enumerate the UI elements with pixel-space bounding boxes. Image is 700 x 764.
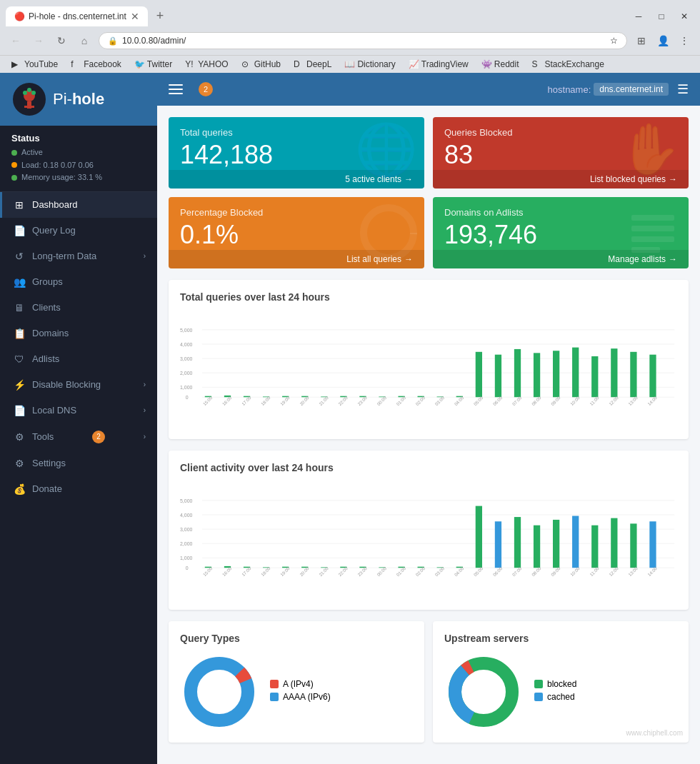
sidebar-item-groups[interactable]: 👥 Groups xyxy=(0,269,157,295)
svg-text:18:00: 18:00 xyxy=(260,566,271,577)
percentage-blocked-card[interactable]: Percentage Blocked 0.1% List all queries… xyxy=(169,197,424,268)
bookmark-deepl[interactable]: D DeepL xyxy=(288,58,337,71)
query-types-legend: A (IPv4) AAAA (IPv6) xyxy=(270,679,331,705)
svg-text:4,000: 4,000 xyxy=(180,513,193,518)
dictionary-icon: 📖 xyxy=(344,59,354,69)
svg-text:17:00: 17:00 xyxy=(241,566,252,577)
list-all-queries-label: List all queries xyxy=(346,254,401,264)
forward-button[interactable]: → xyxy=(29,31,49,51)
bookmark-facebook[interactable]: f Facebook xyxy=(65,58,127,71)
window-minimize-button[interactable]: ─ xyxy=(629,6,649,26)
total-queries-card[interactable]: Total queries 142,188 🌐 5 active clients… xyxy=(169,117,424,189)
svg-text:01:00: 01:00 xyxy=(395,395,406,406)
svg-text:21:00: 21:00 xyxy=(318,395,329,406)
svg-rect-108 xyxy=(630,523,636,568)
window-close-button[interactable]: ✕ xyxy=(674,6,694,26)
total-queries-footer[interactable]: 5 active clients → xyxy=(169,170,424,189)
svg-rect-47 xyxy=(611,348,617,397)
svg-text:16:00: 16:00 xyxy=(221,395,233,406)
longterm-arrow-icon: › xyxy=(144,252,146,260)
tab-close-button[interactable]: ✕ xyxy=(131,11,139,22)
svg-text:10:00: 10:00 xyxy=(569,395,581,406)
total-queries-chart-card: Total queries over last 24 hours 5,000 xyxy=(169,280,689,439)
home-button[interactable]: ⌂ xyxy=(74,31,94,51)
sidebar-item-tools[interactable]: ⚙ Tools 2 › xyxy=(0,423,157,451)
svg-text:03:00: 03:00 xyxy=(434,395,445,406)
bookmark-youtube-label: YouTube xyxy=(24,59,58,69)
svg-rect-104 xyxy=(553,520,559,568)
back-button[interactable]: ← xyxy=(6,31,26,51)
sidebar-item-dashboard[interactable]: ⊞ Dashboard xyxy=(0,192,157,218)
upstream-servers-title: Upstream servers xyxy=(444,633,677,644)
tools-label: Tools xyxy=(32,431,54,442)
reload-button[interactable]: ↻ xyxy=(51,31,71,51)
sidebar-item-disable-blocking[interactable]: ⚡ Disable Blocking › xyxy=(0,372,157,398)
bookmark-github[interactable]: ⊙ GitHub xyxy=(236,58,286,71)
svg-text:14:00: 14:00 xyxy=(646,566,658,577)
star-icon[interactable]: ☆ xyxy=(610,36,618,46)
manage-adlists-label: Manage adlists xyxy=(608,254,666,264)
bookmark-twitter[interactable]: 🐦 Twitter xyxy=(129,58,178,71)
domains-label: Domains xyxy=(32,328,69,338)
svg-text:1,000: 1,000 xyxy=(180,385,193,390)
pihole-logo-icon xyxy=(11,81,47,117)
window-maximize-button[interactable]: □ xyxy=(651,6,671,26)
sidebar-item-querylog[interactable]: 📄 Query Log xyxy=(0,218,157,243)
total-queries-chart-area: 5,000 4,000 3,000 2,000 1,000 0 xyxy=(180,311,677,428)
client-activity-chart-card: Client activity over last 24 hours 5,000 xyxy=(169,451,689,610)
list-blocked-arrow-icon: → xyxy=(669,174,677,184)
svg-point-136 xyxy=(199,672,239,712)
sidebar-toggle-button[interactable] xyxy=(169,79,190,100)
browser-tab[interactable]: 🔴 Pi-hole - dns.centernet.int ✕ xyxy=(6,6,148,26)
bookmark-twitter-label: Twitter xyxy=(147,59,172,69)
extensions-button[interactable]: ⊞ xyxy=(631,31,651,51)
bookmark-dictionary[interactable]: 📖 Dictionary xyxy=(339,58,401,71)
svg-rect-6 xyxy=(24,106,28,108)
bookmark-yahoo[interactable]: Y! YAHOO xyxy=(179,58,234,71)
sidebar-item-local-dns[interactable]: 📄 Local DNS › xyxy=(0,398,157,423)
dashboard-content: Total queries 142,188 🌐 5 active clients… xyxy=(157,106,700,754)
youtube-icon: ▶ xyxy=(11,59,21,69)
bookmark-youtube[interactable]: ▶ YouTube xyxy=(6,58,64,71)
browser-window: 🔴 Pi-hole - dns.centernet.int ✕ + ─ □ ✕ … xyxy=(0,0,700,764)
domains-adlists-footer[interactable]: Manage adlists → xyxy=(433,250,689,268)
bookmark-reddit-label: Reddit xyxy=(494,59,519,69)
list-all-arrow-icon: → xyxy=(404,254,413,264)
svg-text:02:00: 02:00 xyxy=(414,566,426,577)
client-activity-chart-title: Client activity over last 24 hours xyxy=(180,462,677,473)
sidebar-item-settings[interactable]: ⚙ Settings xyxy=(0,451,157,476)
bookmark-github-label: GitHub xyxy=(254,59,281,69)
globe-icon: 🌐 xyxy=(355,124,417,174)
domains-adlists-card[interactable]: Domains on Adlists 193,746 Manage adl xyxy=(433,197,689,268)
svg-rect-105 xyxy=(572,516,579,568)
profile-button[interactable]: 👤 xyxy=(653,31,673,51)
sidebar-item-adlists[interactable]: 🛡 Adlists xyxy=(0,346,157,372)
new-tab-button[interactable]: + xyxy=(151,6,170,26)
svg-text:06:00: 06:00 xyxy=(492,566,504,577)
ipv6-label: AAAA (IPv6) xyxy=(283,692,331,702)
svg-text:5,000: 5,000 xyxy=(180,498,193,503)
reddit-icon: 👾 xyxy=(481,59,491,69)
local-dns-label: Local DNS xyxy=(32,405,76,416)
percentage-blocked-footer[interactable]: List all queries → xyxy=(169,250,424,268)
query-types-donut-chart xyxy=(180,653,259,731)
svg-text:21:00: 21:00 xyxy=(318,566,329,577)
bookmark-tradingview[interactable]: 📈 TradingView xyxy=(403,58,474,71)
sidebar-item-clients[interactable]: 🖥 Clients xyxy=(0,295,157,321)
top-menu-button[interactable]: ☰ xyxy=(677,81,689,97)
queries-blocked-card[interactable]: Queries Blocked 83 ✋ List blocked querie… xyxy=(433,117,689,189)
sidebar-item-donate[interactable]: 💰 Donate xyxy=(0,476,157,502)
address-bar[interactable]: 🔒 10.0.0.80/admin/ ☆ xyxy=(99,32,627,49)
queries-blocked-footer[interactable]: List blocked queries → xyxy=(433,170,689,189)
bookmark-stackexchange[interactable]: S StackExchange xyxy=(526,58,609,71)
menu-button[interactable]: ⋮ xyxy=(674,31,694,51)
notification-badge[interactable]: 2 xyxy=(199,82,213,96)
svg-rect-49 xyxy=(649,355,656,398)
bookmark-reddit[interactable]: 👾 Reddit xyxy=(476,58,525,71)
sidebar-item-longterm[interactable]: ↺ Long-term Data › xyxy=(0,243,157,269)
sidebar-item-domains[interactable]: 📋 Domains xyxy=(0,321,157,346)
svg-text:08:00: 08:00 xyxy=(531,395,542,406)
svg-rect-45 xyxy=(572,348,579,398)
svg-text:10:00: 10:00 xyxy=(569,566,581,577)
bottom-grid: Query Types A (IPv4) xyxy=(169,621,689,743)
